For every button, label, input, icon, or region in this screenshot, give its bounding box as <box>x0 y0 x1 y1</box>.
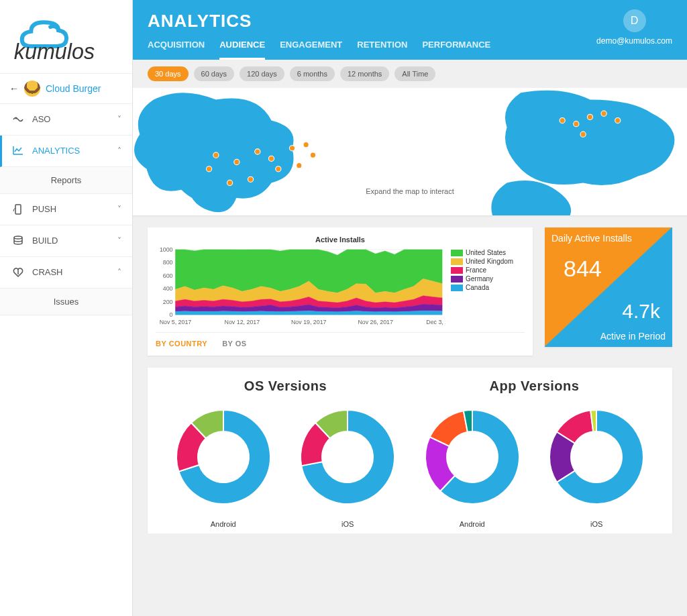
svg-text:400: 400 <box>163 285 173 292</box>
svg-rect-2 <box>15 205 21 214</box>
chart-legend: United StatesUnited KingdomFranceGermany… <box>451 246 525 325</box>
svg-point-12 <box>289 146 295 151</box>
svg-point-16 <box>206 166 211 172</box>
kpi-label-2: Active in Period <box>600 331 666 342</box>
svg-point-5 <box>213 152 219 158</box>
card-tab-by-os[interactable]: BY OS <box>222 340 247 348</box>
chevron-icon: ˄ <box>117 146 121 156</box>
sidebar-item-analytics[interactable]: ANALYTICS˄ <box>0 136 132 167</box>
svg-point-20 <box>601 111 606 116</box>
app-icon <box>24 81 40 97</box>
user-email: demo@kumulos.com <box>596 36 672 46</box>
tab-engagement[interactable]: ENGAGEMENT <box>280 33 342 60</box>
legend-item: Germany <box>451 275 525 283</box>
avatar: D <box>623 9 646 32</box>
sidebar-item-push[interactable]: PUSH˅ <box>0 194 132 225</box>
nav-label: ANALYTICS <box>32 146 80 156</box>
nav-label: CRASH <box>32 267 63 277</box>
nav-label: PUSH <box>32 204 56 214</box>
svg-point-11 <box>227 180 232 185</box>
map-panel[interactable]: Expand the map to interact <box>133 88 687 215</box>
page-title: ANALYTICS <box>148 11 672 32</box>
push-icon <box>11 203 25 215</box>
time-filter-60-days[interactable]: 60 days <box>194 66 235 81</box>
nav-label: ASO <box>32 114 50 124</box>
map-hint: Expand the map to interact <box>366 187 454 195</box>
time-filter-pills: 30 days60 days120 days6 months12 monthsA… <box>133 60 687 88</box>
svg-text:Dec 3, 2017: Dec 3, 2017 <box>426 319 445 325</box>
chevron-icon: ˅ <box>117 205 121 214</box>
svg-point-9 <box>276 166 281 172</box>
header-tabs: ACQUISITIONAUDIENCEENGAGEMENTRETENTIONPE… <box>148 33 672 60</box>
active-installs-chart: 02004006008001000Nov 5, 2017Nov 12, 2017… <box>156 246 445 325</box>
svg-point-13 <box>303 142 309 148</box>
time-filter-30-days[interactable]: 30 days <box>148 66 189 81</box>
donut-app-versions-android: Android <box>410 403 535 528</box>
donut-label: iOS <box>286 520 411 528</box>
svg-text:800: 800 <box>163 259 173 266</box>
tab-acquisition[interactable]: ACQUISITION <box>148 33 205 60</box>
kpi-value-1: 844 <box>564 256 602 282</box>
time-filter-all-time[interactable]: All Time <box>394 66 435 81</box>
svg-point-10 <box>248 176 253 182</box>
sidebar-item-build[interactable]: BUILD˅ <box>0 225 132 257</box>
svg-text:Nov 19, 2017: Nov 19, 2017 <box>291 319 327 325</box>
crash-icon <box>11 266 25 278</box>
donut-label: Android <box>410 520 535 528</box>
donut-group-title: OS Versions <box>161 378 410 394</box>
sidebar-item-aso[interactable]: ASO˅ <box>0 104 132 136</box>
time-filter-120-days[interactable]: 120 days <box>240 66 284 81</box>
legend-item: United States <box>451 249 525 256</box>
svg-point-7 <box>255 149 260 154</box>
svg-point-15 <box>297 163 302 168</box>
card-tabs: BY COUNTRYBY OS <box>156 332 525 348</box>
back-icon: ← <box>9 83 19 94</box>
aso-icon <box>11 113 25 125</box>
svg-point-6 <box>234 159 240 164</box>
card-tab-by-country[interactable]: BY COUNTRY <box>156 340 207 348</box>
svg-point-14 <box>310 152 315 158</box>
donuts-card: OS Versions App Versions AndroidiOSAndro… <box>148 368 672 533</box>
chart-title: Active Installs <box>156 236 525 244</box>
svg-text:Nov 26, 2017: Nov 26, 2017 <box>358 319 393 325</box>
donut-label: iOS <box>535 520 659 528</box>
kpi-value-2: 4.7k <box>622 300 660 323</box>
svg-text:1000: 1000 <box>160 246 173 253</box>
svg-text:Nov 12, 2017: Nov 12, 2017 <box>225 319 260 325</box>
sidebar-subitem-reports[interactable]: Reports <box>0 167 132 194</box>
donut-label: Android <box>161 520 286 528</box>
sidebar-subitem-issues[interactable]: Issues <box>0 289 132 315</box>
tab-audience[interactable]: AUDIENCE <box>219 33 265 60</box>
legend-item: France <box>451 266 525 274</box>
svg-point-22 <box>580 132 586 137</box>
chevron-icon: ˅ <box>117 115 121 124</box>
svg-point-3 <box>14 236 22 239</box>
chevron-icon: ˅ <box>117 236 121 246</box>
legend-item: Canada <box>451 284 525 291</box>
build-icon <box>11 235 25 247</box>
svg-point-18 <box>574 121 579 127</box>
user-menu[interactable]: D demo@kumulos.com <box>596 9 672 46</box>
donut-app-versions-ios: iOS <box>535 403 659 528</box>
app-selector[interactable]: ← Cloud Burger <box>0 73 132 104</box>
active-installs-card: Active Installs 02004006008001000Nov 5, … <box>148 227 533 356</box>
kpi-card: Daily Active Installs 844 4.7k Active in… <box>545 227 672 347</box>
analytics-icon <box>11 145 25 157</box>
svg-point-1 <box>15 117 17 119</box>
chevron-icon: ˄ <box>117 268 121 277</box>
nav-label: BUILD <box>32 236 58 246</box>
svg-text:Nov 5, 2017: Nov 5, 2017 <box>160 319 192 325</box>
time-filter-6-months[interactable]: 6 months <box>290 66 335 81</box>
svg-point-21 <box>615 117 621 123</box>
app-name: Cloud Burger <box>46 83 101 94</box>
sidebar-item-crash[interactable]: CRASH˄ <box>0 257 132 289</box>
svg-point-19 <box>587 114 592 119</box>
brand-logo: kumulos <box>0 0 132 73</box>
svg-point-8 <box>268 156 274 161</box>
tab-performance[interactable]: PERFORMANCE <box>422 33 490 60</box>
time-filter-12-months[interactable]: 12 months <box>340 66 389 81</box>
donut-os-versions-android: Android <box>161 403 286 528</box>
svg-text:0: 0 <box>170 311 173 318</box>
sidebar: kumulos ← Cloud Burger ASO˅ANALYTICS˄Rep… <box>0 0 133 616</box>
tab-retention[interactable]: RETENTION <box>357 33 407 60</box>
